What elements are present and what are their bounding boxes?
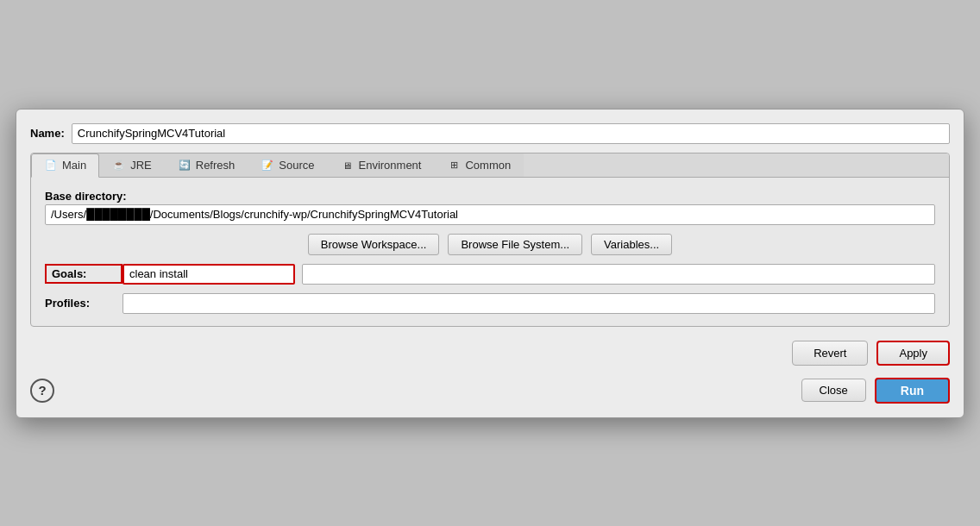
main-icon: 📄 [44, 159, 58, 172]
tab-source[interactable]: 📝 Source [248, 153, 327, 177]
goals-label: Goals: [45, 264, 122, 284]
tab-jre-label: JRE [130, 159, 152, 172]
browse-row: Browse Workspace... Browse File System..… [45, 234, 935, 255]
footer: ? Close Run [30, 378, 950, 404]
footer-right: Close Run [801, 378, 950, 404]
tab-refresh-label: Refresh [196, 159, 236, 172]
profiles-input[interactable] [122, 293, 935, 314]
tab-jre[interactable]: ☕ JRE [99, 153, 165, 177]
help-button[interactable]: ? [30, 379, 54, 403]
tab-common[interactable]: ⊞ Common [434, 153, 524, 177]
name-row: Name: [30, 123, 950, 144]
tabs-panel: 📄 Main ☕ JRE 🔄 Refresh 📝 Source 🖥 Enviro… [30, 153, 950, 327]
tab-main-label: Main [62, 159, 86, 172]
close-button[interactable]: Close [801, 379, 866, 402]
tab-bar: 📄 Main ☕ JRE 🔄 Refresh 📝 Source 🖥 Enviro… [31, 153, 949, 178]
profiles-row: Profiles: [45, 293, 935, 314]
source-icon: 📝 [261, 159, 274, 172]
name-input[interactable] [72, 123, 950, 144]
base-directory-label: Base directory: [45, 190, 935, 203]
common-icon: ⊞ [447, 159, 461, 172]
tab-source-label: Source [279, 159, 314, 172]
apply-button[interactable]: Apply [876, 341, 950, 366]
tab-main[interactable]: 📄 Main [31, 153, 99, 178]
base-directory-input[interactable] [45, 204, 935, 225]
goals-input[interactable] [122, 264, 295, 285]
goals-row: Goals: [45, 264, 935, 285]
revert-button[interactable]: Revert [792, 341, 868, 366]
jre-icon: ☕ [112, 159, 126, 172]
tab-environment[interactable]: 🖥 Environment [327, 153, 434, 177]
action-buttons: Revert Apply [30, 341, 950, 366]
variables-button[interactable]: Variables... [591, 234, 672, 255]
run-button[interactable]: Run [875, 378, 950, 404]
tab-common-label: Common [465, 159, 511, 172]
environment-icon: 🖥 [340, 159, 354, 172]
name-label: Name: [30, 127, 65, 140]
base-directory-section: Base directory: [45, 190, 935, 225]
refresh-icon: 🔄 [178, 159, 192, 172]
launch-config-dialog: Name: 📄 Main ☕ JRE 🔄 Refresh 📝 Source 🖥 [16, 109, 964, 418]
tab-refresh[interactable]: 🔄 Refresh [165, 153, 248, 177]
profiles-label: Profiles: [45, 293, 122, 313]
tab-environment-label: Environment [358, 159, 421, 172]
browse-workspace-button[interactable]: Browse Workspace... [308, 234, 440, 255]
panel-content: Base directory: Browse Workspace... Brow… [31, 178, 949, 326]
browse-filesystem-button[interactable]: Browse File System... [448, 234, 582, 255]
